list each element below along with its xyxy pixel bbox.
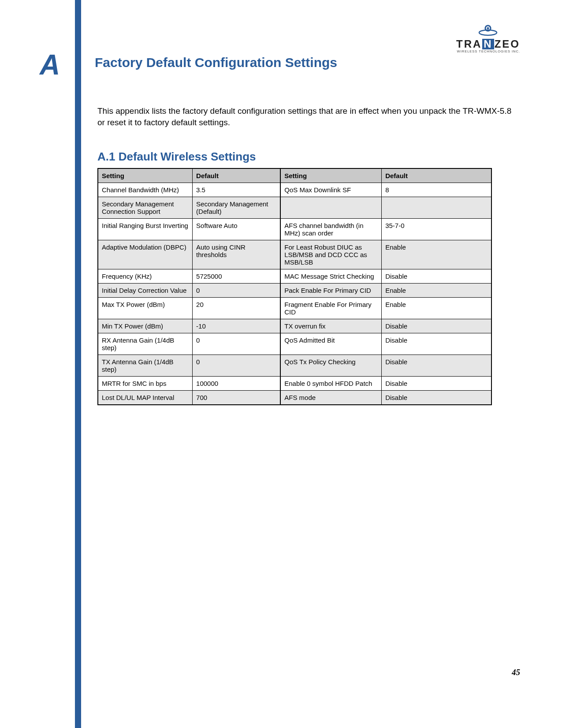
table-cell: Fragment Enable For Primary CID bbox=[280, 298, 381, 319]
brand-logo: TRANZEO WIRELESS TECHNOLOGIES INC. bbox=[456, 24, 520, 53]
settings-table: Setting Default Setting Default Channel … bbox=[97, 168, 492, 405]
col-header-default-1: Default bbox=[193, 168, 281, 183]
table-row: Channel Bandwidth (MHz)3.5QoS Max Downli… bbox=[98, 183, 491, 197]
table-cell: Initial Ranging Burst Inverting bbox=[98, 219, 193, 240]
table-cell: Auto using CINR thresholds bbox=[193, 240, 281, 269]
table-row: Frequency (KHz)5725000MAC Message Strict… bbox=[98, 269, 491, 284]
table-cell: 100000 bbox=[193, 377, 281, 391]
page-number: 45 bbox=[512, 668, 520, 677]
col-header-setting-1: Setting bbox=[98, 168, 193, 183]
table-cell: 0 bbox=[193, 284, 281, 298]
table-cell: Lost DL/UL MAP Interval bbox=[98, 391, 193, 405]
table-cell: 700 bbox=[193, 391, 281, 405]
table-cell: Initial Delay Correction Value bbox=[98, 284, 193, 298]
table-cell: TX overrun fix bbox=[280, 319, 381, 333]
table-cell: 8 bbox=[382, 183, 491, 197]
brand-text-left: TRA bbox=[456, 38, 482, 50]
table-cell: Disable bbox=[382, 391, 491, 405]
table-cell: RX Antenna Gain (1/4dB step) bbox=[98, 333, 193, 355]
table-cell: Secondary Management Connection Support bbox=[98, 197, 193, 219]
table-row: Secondary Management Connection SupportS… bbox=[98, 197, 491, 219]
table-row: Min TX Power (dBm)-10TX overrun fixDisab… bbox=[98, 319, 491, 333]
table-row: Initial Delay Correction Value0Pack Enab… bbox=[98, 284, 491, 298]
table-cell: QoS Admitted Bit bbox=[280, 333, 381, 355]
table-cell: Frequency (KHz) bbox=[98, 269, 193, 284]
table-cell: Enable bbox=[382, 284, 491, 298]
table-cell: 0 bbox=[193, 355, 281, 377]
table-cell: Adaptive Modulation (DBPC) bbox=[98, 240, 193, 269]
table-cell: 20 bbox=[193, 298, 281, 319]
table-row: Lost DL/UL MAP Interval700AFS modeDisabl… bbox=[98, 391, 491, 405]
table-row: Max TX Power (dBm)20Fragment Enable For … bbox=[98, 298, 491, 319]
table-row: Initial Ranging Burst InvertingSoftware … bbox=[98, 219, 491, 240]
table-cell: Disable bbox=[382, 377, 491, 391]
table-cell: 0 bbox=[193, 333, 281, 355]
brand-text-right: ZEO bbox=[495, 38, 520, 50]
table-cell: TX Antenna Gain (1/4dB step) bbox=[98, 355, 193, 377]
table-cell: Enable 0 symbol HFDD Patch bbox=[280, 377, 381, 391]
page-title: Factory Default Configuration Settings bbox=[95, 55, 518, 70]
table-cell: Disable bbox=[382, 269, 491, 284]
brand-wordmark: TRANZEO bbox=[456, 39, 520, 49]
table-cell: Disable bbox=[382, 333, 491, 355]
table-cell bbox=[280, 197, 381, 219]
table-cell: Secondary Management (Default) bbox=[193, 197, 281, 219]
table-cell: For Least Robust DIUC as LSB/MSB and DCD… bbox=[280, 240, 381, 269]
table-cell: MAC Message Strict Checking bbox=[280, 269, 381, 284]
table-cell: QoS Tx Policy Checking bbox=[280, 355, 381, 377]
col-header-default-2: Default bbox=[382, 168, 491, 183]
table-cell: Max TX Power (dBm) bbox=[98, 298, 193, 319]
page-content: Factory Default Configuration Settings T… bbox=[95, 55, 518, 405]
table-row: TX Antenna Gain (1/4dB step)0QoS Tx Poli… bbox=[98, 355, 491, 377]
svg-point-1 bbox=[487, 27, 489, 30]
section-heading: A.1 Default Wireless Settings bbox=[95, 150, 518, 164]
table-cell: MRTR for SMC in bps bbox=[98, 377, 193, 391]
table-row: Adaptive Modulation (DBPC)Auto using CIN… bbox=[98, 240, 491, 269]
table-row: MRTR for SMC in bps100000Enable 0 symbol… bbox=[98, 377, 491, 391]
table-cell: 5725000 bbox=[193, 269, 281, 284]
table-cell bbox=[382, 197, 491, 219]
appendix-letter: A bbox=[40, 49, 60, 81]
brand-tagline: WIRELESS TECHNOLOGIES INC. bbox=[456, 49, 520, 53]
table-cell: Min TX Power (dBm) bbox=[98, 319, 193, 333]
table-cell: Pack Enable For Primary CID bbox=[280, 284, 381, 298]
table-cell: Disable bbox=[382, 319, 491, 333]
intro-paragraph: This appendix lists the factory default … bbox=[95, 105, 518, 128]
table-cell: QoS Max Downlink SF bbox=[280, 183, 381, 197]
table-cell: -10 bbox=[193, 319, 281, 333]
table-cell: Disable bbox=[382, 355, 491, 377]
table-cell: 35-7-0 bbox=[382, 219, 491, 240]
brand-text-boxed-n: N bbox=[482, 39, 494, 49]
table-row: RX Antenna Gain (1/4dB step)0QoS Admitte… bbox=[98, 333, 491, 355]
tranzeo-swirl-icon bbox=[477, 24, 499, 37]
table-cell: 3.5 bbox=[193, 183, 281, 197]
table-cell: Channel Bandwidth (MHz) bbox=[98, 183, 193, 197]
col-header-setting-2: Setting bbox=[280, 168, 381, 183]
table-header-row: Setting Default Setting Default bbox=[98, 168, 491, 183]
vertical-accent-stripe bbox=[75, 0, 81, 728]
table-cell: Software Auto bbox=[193, 219, 281, 240]
table-cell: Enable bbox=[382, 298, 491, 319]
table-cell: AFS mode bbox=[280, 391, 381, 405]
table-cell: AFS channel bandwidth (in MHz) scan orde… bbox=[280, 219, 381, 240]
table-cell: Enable bbox=[382, 240, 491, 269]
